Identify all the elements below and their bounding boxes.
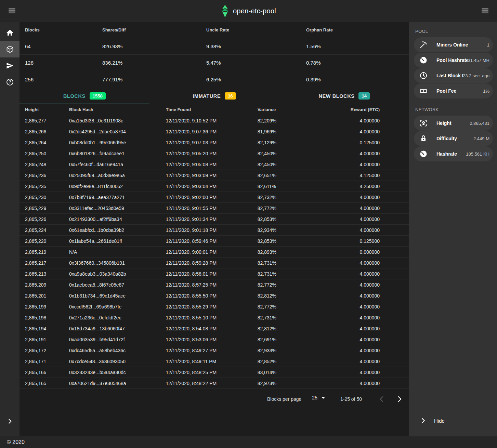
pool-stats-list: Miners Online1Pool Hashrate31.457 MHLast… [414,37,493,99]
block-row: 2,865,1910xaa063539...b95d41d72f12/11/20… [19,334,409,345]
tab-new-blocks[interactable]: NEW BLOCKS14 [279,88,409,104]
stat-value: 23.2 sec. ago [463,73,489,78]
cell-time: 12/11/2020, 8:59:28 PM [166,260,258,266]
cell-variance: 82,450% [258,162,324,167]
cell-time: 12/11/2020, 8:55:10 PM [166,315,258,320]
luck-table-body: 64826.93%9.38%1.56%128836.21%5.47%0.78%2… [19,38,409,88]
prev-page-button[interactable] [378,395,386,403]
cell-reward: 4.000000 [324,206,380,211]
cell-hash: 0x21493300...af2ff9ba34 [69,216,166,222]
cell-hash: 0x9df2e98e...811fc40052 [69,184,166,189]
cell-height: 2,865,201 [25,293,69,299]
settings-menu-icon[interactable] [479,4,492,17]
cell-variance: 82,893% [258,249,324,255]
cell-time: 12/11/2020, 9:01:34 PM [166,216,258,222]
cell-reward: 4.000000 [324,216,380,222]
cell-hash: 0xa9a8eab3...03a340a82b [69,271,166,277]
block-row: 2,865,1940x18d734a9...13b6060f4712/11/20… [19,323,409,334]
sidebar-item-payments[interactable] [0,57,19,74]
sidebar-item-blocks[interactable] [0,41,19,57]
cell-variance: 82,973% [258,381,324,386]
cell-hash: 0xaa063539...b95d41d72f [69,337,166,342]
rail-expand-toggle[interactable] [0,413,19,430]
cell-reward: 4.000000 [324,151,380,156]
cell-height: 2,865,219 [25,249,69,255]
cell-variance: 82,933% [258,348,324,353]
cell-variance: 82,812% [258,326,324,331]
cell-variance: 82,691% [258,337,324,342]
hide-sidebar-button[interactable]: Hide [414,413,493,428]
block-row: 2,865,219N/A12/11/2020, 9:00:01 PM82,893… [19,247,409,258]
luck-cell: 5.47% [206,60,306,66]
stat-label: Last Block Fo… [436,73,463,78]
page-size-select[interactable]: 25 [311,395,326,403]
cell-variance: 82,450% [258,151,324,156]
cell-variance: 82,772% [258,304,324,309]
cell-variance: 82,611% [258,184,324,189]
block-row: 2,865,1710x7cdce548...363609305012/11/20… [19,356,409,367]
cell-hash: 0x271a236c...0efcfdf2ec [69,315,166,320]
cell-time: 12/11/2020, 8:59:46 PM [166,238,258,244]
tab-count-badge: 16 [225,92,236,100]
stat-label: Difficulty [436,136,473,141]
gauge-icon [419,56,428,64]
sidebar-item-home[interactable] [0,25,19,41]
cell-time: 12/11/2020, 9:03:09 PM [166,173,258,178]
main-content: BlocksShares/DiffUncle RateOrphan Rate 6… [19,22,409,436]
sidebar-item-help[interactable]: ? [0,74,19,90]
cell-reward: 4.000000 [324,315,380,320]
cell-reward: 4.000000 [324,337,380,342]
cell-height: 2,865,250 [25,151,69,156]
tab-count-badge: 1558 [90,92,106,100]
block-row: 2,865,2770xa15d3f38...0e31f1908c12/11/20… [19,115,409,126]
menu-icon[interactable] [5,4,18,17]
blocks-col-header: Block Hash [69,107,166,112]
cell-variance: 82,812% [258,293,324,299]
send-icon [6,62,14,70]
money-icon [419,87,428,95]
luck-table: BlocksShares/DiffUncle RateOrphan Rate 6… [19,22,409,88]
cube-scan-icon [419,119,428,127]
tab-immature[interactable]: IMMATURE16 [149,88,279,104]
stat-value: 2.449 M [473,136,489,141]
cell-hash: 0x57fec60f...da616e941a [69,162,166,167]
cell-height: 2,865,194 [25,326,69,331]
block-row: 2,865,2200x1fabe54a...2661de81ff12/11/20… [19,236,409,247]
hamburger-icon [481,6,489,15]
blocks-table-body: 2,865,2770xa15d3f38...0e31f1908c12/11/20… [19,115,409,389]
blocks-col-header: Reward (ETC) [324,107,380,112]
cell-height: 2,865,198 [25,315,69,320]
home-icon [6,29,14,37]
cell-hash: 0x3311efec...20453d0e59 [69,206,166,211]
tab-blocks[interactable]: BLOCKS1558 [19,88,149,104]
tab-label: IMMATURE [193,93,221,99]
cell-reward: 4.000000 [324,227,380,233]
cell-time: 12/11/2020, 9:07:36 PM [166,129,258,134]
body-row: ? BlocksShares/DiffUncle RateOrphan Rate… [0,22,497,436]
cell-variance: 82,772% [258,206,324,211]
cell-hash: 0x25095f69...a0d39e9e5a [69,173,166,178]
cell-time: 12/11/2020, 9:00:01 PM [166,249,258,255]
cell-height: 2,865,191 [25,337,69,342]
cell-reward: 4.000000 [324,348,380,353]
block-row: 2,865,2010x1b31b734...69c1d45ace12/11/20… [19,290,409,301]
rows-per-page-label: Blocks per page [267,396,301,402]
luck-cell: 836.21% [102,60,206,66]
pool-stat-row: Pool Hashrate31.457 MH [414,53,493,68]
luck-cell: 6.25% [206,77,306,82]
app-root: open-etc-pool ? [0,0,497,448]
cell-reward: 4.000000 [324,370,380,375]
cell-reward: 4.000000 [324,195,380,200]
block-row: 2,865,2260x21493300...af2ff9ba3412/11/20… [19,214,409,225]
cell-time: 12/11/2020, 9:10:52 PM [166,118,258,123]
cell-height: 2,865,235 [25,184,69,189]
stat-value: 31.457 MH [468,58,489,63]
pool-stat-row: Last Block Fo…23.2 sec. ago [414,68,493,83]
cell-time: 12/11/2020, 8:49:27 PM [166,348,258,353]
cell-variance: 82,853% [258,216,324,222]
cell-reward: 4.000000 [324,282,380,288]
stat-label: Hashrate [436,151,466,157]
network-stat-row: Height2,865,431 [414,116,493,131]
next-page-button[interactable] [395,395,404,403]
chevron-right-icon [419,417,427,424]
